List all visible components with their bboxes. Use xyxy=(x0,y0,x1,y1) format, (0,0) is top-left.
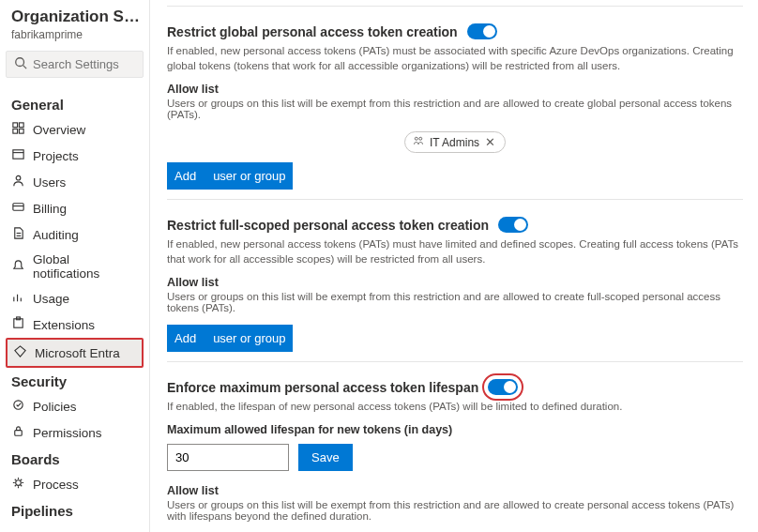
search-settings[interactable] xyxy=(6,51,144,78)
policies-icon xyxy=(11,398,25,415)
search-icon xyxy=(14,56,27,72)
org-title: Organization S… xyxy=(6,8,144,26)
toggle-restrict-global-pat[interactable] xyxy=(467,23,497,39)
allow-list-description: Users or groups on this list will be exe… xyxy=(167,499,743,522)
sidebar-item-projects[interactable]: Projects xyxy=(6,143,144,169)
svg-rect-19 xyxy=(15,431,23,436)
svg-point-22 xyxy=(419,137,422,140)
svg-point-8 xyxy=(16,175,21,180)
chip-label: IT Admins xyxy=(430,136,479,149)
sidebar-item-permissions[interactable]: Permissions xyxy=(6,419,144,446)
search-input[interactable] xyxy=(33,57,135,71)
sidebar-item-billing[interactable]: Billing xyxy=(6,195,144,221)
notifications-icon xyxy=(11,258,25,275)
nav-heading: Pipelines xyxy=(6,497,144,523)
group-icon xyxy=(413,135,424,149)
chip-remove[interactable]: ✕ xyxy=(485,135,495,149)
usage-icon xyxy=(11,290,25,307)
toggle-restrict-fullscope-pat[interactable] xyxy=(498,217,528,233)
svg-rect-4 xyxy=(13,129,18,133)
nav-heading: General xyxy=(6,91,144,116)
sidebar-item-label: Billing xyxy=(33,202,67,216)
section-title: Enforce maximum personal access token li… xyxy=(167,380,478,395)
svg-line-1 xyxy=(23,66,27,69)
overview-icon xyxy=(11,121,25,138)
allow-list-description: Users or groups on this list will be exe… xyxy=(167,98,743,120)
projects-icon xyxy=(11,147,25,164)
sidebar-item-label: Extensions xyxy=(33,318,95,332)
sidebar-item-label: Policies xyxy=(33,400,77,414)
allow-list-chip: IT Admins ✕ xyxy=(404,131,506,153)
sidebar-item-policies[interactable]: Policies xyxy=(6,393,144,419)
add-user-or-group-button[interactable]: Adduser or group xyxy=(167,325,293,352)
allow-list-heading: Allow list xyxy=(167,276,743,289)
svg-rect-5 xyxy=(19,129,23,133)
process-icon xyxy=(11,476,25,493)
entra-icon xyxy=(13,344,27,361)
allow-list-heading: Allow list xyxy=(167,83,743,96)
sidebar-item-users[interactable]: Users xyxy=(6,169,144,195)
section-description: If enabled, the lifespan of new personal… xyxy=(167,399,743,414)
nav-heading: Boards xyxy=(6,446,144,471)
svg-point-20 xyxy=(16,480,22,486)
sidebar-item-label: Microsoft Entra xyxy=(35,346,120,360)
sidebar-item-label: Overview xyxy=(33,123,85,137)
section-enforce-max-lifespan: Enforce maximum personal access token li… xyxy=(167,361,743,532)
nav-heading: Security xyxy=(6,368,144,393)
auditing-icon xyxy=(11,226,25,243)
svg-rect-6 xyxy=(13,150,23,159)
svg-point-21 xyxy=(415,137,417,140)
billing-icon xyxy=(11,200,25,217)
svg-point-18 xyxy=(14,401,23,409)
svg-rect-9 xyxy=(13,204,23,211)
svg-rect-3 xyxy=(19,123,23,128)
sidebar-item-label: Permissions xyxy=(33,426,102,440)
sidebar: Organization S… fabrikamprime GeneralOve… xyxy=(0,0,150,532)
save-button[interactable]: Save xyxy=(298,444,353,471)
add-user-or-group-button[interactable]: Adduser or group xyxy=(167,162,293,190)
max-lifespan-label: Maximum allowed lifespan for new tokens … xyxy=(167,423,743,436)
main-content: Restrict global personal access token cr… xyxy=(150,0,758,532)
sidebar-item-label: Auditing xyxy=(33,228,79,242)
allow-list-description: Users or groups on this list will be exe… xyxy=(167,291,743,313)
section-title: Restrict full-scoped personal access tok… xyxy=(167,218,489,233)
section-title: Restrict global personal access token cr… xyxy=(167,24,458,39)
sidebar-item-microsoft-entra[interactable]: Microsoft Entra xyxy=(6,338,144,368)
max-lifespan-input[interactable] xyxy=(167,444,289,471)
toggle-enforce-max-lifespan[interactable] xyxy=(488,379,518,395)
sidebar-item-extensions[interactable]: Extensions xyxy=(6,312,144,338)
allow-list-heading: Allow list xyxy=(167,484,743,497)
sidebar-item-label: Users xyxy=(33,175,66,190)
users-icon xyxy=(11,174,25,190)
section-description: If enabled, new personal access tokens (… xyxy=(167,236,743,266)
extensions-icon xyxy=(11,316,25,333)
sidebar-item-auditing[interactable]: Auditing xyxy=(6,221,144,248)
svg-point-0 xyxy=(16,58,24,67)
section-restrict-fullscope-pat: Restrict full-scoped personal access tok… xyxy=(167,199,743,361)
sidebar-item-label: Global notifications xyxy=(33,252,138,281)
svg-rect-2 xyxy=(13,123,18,128)
sidebar-item-usage[interactable]: Usage xyxy=(6,285,144,312)
sidebar-item-process[interactable]: Process xyxy=(6,471,144,497)
section-restrict-global-pat: Restrict global personal access token cr… xyxy=(167,6,743,199)
sidebar-item-overview[interactable]: Overview xyxy=(6,116,144,143)
sidebar-item-label: Process xyxy=(33,478,79,492)
org-subtitle: fabrikamprime xyxy=(6,28,144,41)
sidebar-item-label: Usage xyxy=(33,292,69,306)
sidebar-item-label: Projects xyxy=(33,149,79,163)
section-description: If enabled, new personal access tokens (… xyxy=(167,43,743,73)
sidebar-item-global-notifications[interactable]: Global notifications xyxy=(6,248,144,285)
permissions-icon xyxy=(11,424,25,441)
